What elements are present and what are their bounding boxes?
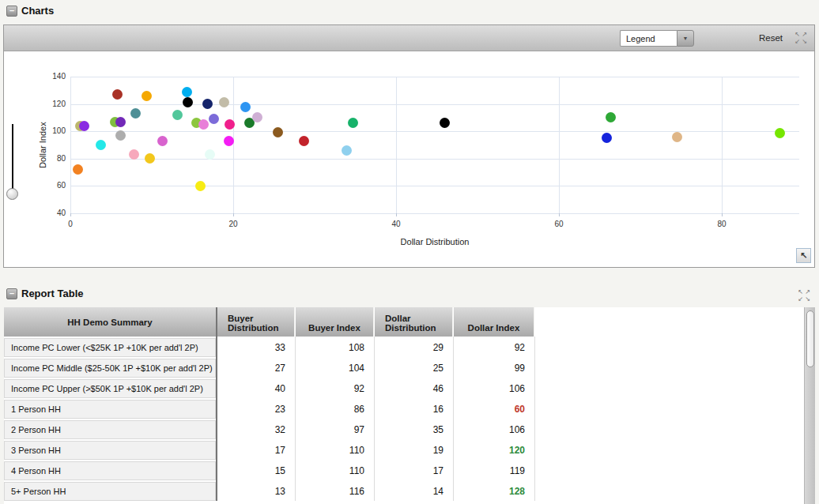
cell-dollar-distribution: 14	[375, 482, 453, 501]
cell-dollar-distribution: 17	[375, 461, 453, 480]
cell-dollar-index: 92	[454, 338, 534, 357]
chart-toolbar: Legend ▼ Reset ↖↗↙↘	[4, 25, 814, 51]
scatter-point[interactable]	[142, 91, 152, 101]
row-label: 5+ Person HH	[4, 482, 216, 501]
expand-report-table-icon[interactable]: ↖↗↙↘	[797, 288, 811, 303]
expand-chart-icon[interactable]: ↖↗↙↘	[794, 31, 808, 45]
scatter-point[interactable]	[348, 118, 358, 128]
table-scrollbar-track[interactable]	[804, 307, 815, 504]
cell-buyer-index: 110	[296, 441, 374, 460]
column-gridline	[374, 337, 375, 501]
expand-arrow-glyph: ↗	[804, 288, 811, 295]
restore-zoom-button[interactable]: ↖	[796, 248, 811, 263]
gridline-vertical	[396, 77, 397, 213]
cell-buyer-index: 92	[296, 379, 374, 398]
cell-dollar-distribution: 25	[375, 359, 453, 378]
scatter-point[interactable]	[440, 118, 450, 128]
scatter-point[interactable]	[606, 112, 616, 122]
x-axis-tick	[722, 213, 723, 216]
scatter-point[interactable]	[172, 110, 183, 120]
scatter-point[interactable]	[240, 102, 251, 112]
cell-dollar-index: 120	[454, 441, 534, 460]
cell-dollar-distribution: 35	[375, 420, 453, 439]
scatter-point[interactable]	[299, 136, 309, 146]
scatter-point[interactable]	[195, 181, 206, 191]
table-row: 3 Person HH1711019120	[4, 441, 804, 461]
x-axis-tick-label: 60	[545, 220, 572, 228]
scatter-point[interactable]	[73, 164, 83, 175]
charts-section-header: – Charts	[0, 2, 819, 22]
column-header-dollar-distribution: Dollar Distribution	[375, 307, 453, 337]
scatter-point[interactable]	[209, 114, 219, 124]
cell-buyer-distribution: 27	[217, 359, 295, 378]
collapse-report-table-button[interactable]: –	[6, 288, 17, 299]
scatter-point[interactable]	[252, 112, 262, 122]
report-panel-title: Report Table	[21, 288, 84, 299]
scatter-point[interactable]	[183, 97, 193, 107]
legend-dropdown[interactable]: Legend ▼	[620, 30, 694, 47]
cell-dollar-distribution: 19	[375, 441, 453, 460]
table-row: Income PC Middle ($25-50K 1P +$10K per a…	[4, 359, 804, 379]
scatter-point[interactable]	[157, 136, 168, 146]
table-scrollbar-thumb[interactable]	[806, 310, 814, 367]
scatter-point[interactable]	[273, 127, 283, 137]
scatter-point[interactable]	[182, 87, 192, 97]
cell-buyer-distribution: 32	[217, 420, 295, 439]
legend-dropdown-value[interactable]: Legend	[620, 30, 677, 47]
chart-panel: Legend ▼ Reset ↖↗↙↘ Dollar Index Dollar …	[3, 24, 815, 268]
scatter-point[interactable]	[115, 117, 126, 127]
cell-dollar-index: 60	[454, 400, 534, 419]
cell-dollar-index: 106	[454, 379, 534, 398]
column-gridline	[453, 337, 454, 501]
y-axis-zoom-slider-track	[12, 124, 13, 194]
reset-button[interactable]: Reset	[759, 33, 783, 43]
report-section-header: – Report Table	[0, 285, 819, 306]
scatter-point[interactable]	[202, 99, 213, 109]
y-axis-tick-label: 100	[39, 126, 66, 135]
scatter-point[interactable]	[145, 153, 155, 164]
row-label: 3 Person HH	[4, 441, 216, 460]
row-label: 4 Person HH	[4, 461, 216, 480]
gridline-horizontal	[70, 104, 799, 105]
charts-panel-title: Charts	[21, 5, 54, 17]
y-axis-title: Dollar Index	[37, 77, 48, 213]
x-axis-tick-label: 80	[708, 220, 735, 228]
scatter-plot	[70, 77, 799, 213]
scatter-point[interactable]	[96, 140, 106, 150]
table-row: 4 Person HH1511017119	[4, 461, 804, 482]
scatter-point[interactable]	[205, 149, 215, 160]
column-gridline	[534, 337, 535, 501]
scatter-point[interactable]	[79, 121, 89, 131]
cell-buyer-index: 116	[296, 482, 374, 501]
row-label: Income PC Upper (>$50K 1P +$10K per add'…	[4, 379, 216, 398]
cell-buyer-distribution: 33	[217, 338, 295, 357]
scatter-point[interactable]	[672, 132, 682, 142]
scatter-point[interactable]	[129, 149, 139, 160]
chevron-down-icon[interactable]: ▼	[677, 30, 694, 47]
cell-dollar-distribution: 29	[375, 338, 453, 357]
cell-dollar-distribution: 46	[375, 379, 453, 398]
scatter-point[interactable]	[198, 119, 209, 130]
scatter-point[interactable]	[112, 89, 123, 100]
cell-buyer-distribution: 17	[217, 441, 295, 460]
scatter-point[interactable]	[219, 97, 229, 107]
gridline-vertical	[233, 77, 234, 213]
scatter-point[interactable]	[342, 145, 352, 156]
y-axis-tick-label: 140	[39, 72, 66, 81]
expand-arrow-glyph: ↘	[801, 38, 808, 45]
cell-dollar-index: 99	[454, 359, 534, 378]
y-axis-tick-label: 60	[39, 181, 66, 190]
cell-dollar-index: 119	[454, 461, 534, 480]
gridline-horizontal	[70, 186, 799, 186]
collapse-charts-button[interactable]: –	[6, 6, 17, 17]
scatter-point[interactable]	[115, 130, 126, 141]
x-axis-tick	[233, 213, 234, 216]
y-axis-zoom-slider-handle[interactable]	[6, 188, 18, 200]
x-axis-title: Dollar Distribution	[70, 237, 799, 246]
x-axis-tick	[559, 213, 560, 216]
expand-arrow-glyph: ↗	[801, 31, 808, 38]
scatter-point[interactable]	[775, 128, 785, 138]
cell-dollar-index: 106	[454, 420, 534, 439]
scatter-point[interactable]	[602, 133, 612, 143]
scatter-point[interactable]	[130, 108, 141, 118]
